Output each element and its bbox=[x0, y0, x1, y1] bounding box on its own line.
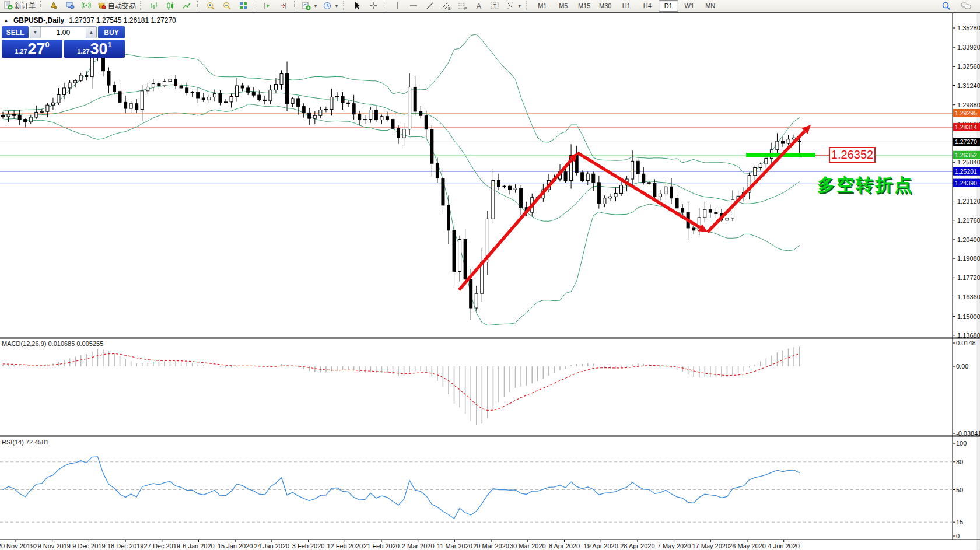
svg-text:3 Feb 2020: 3 Feb 2020 bbox=[292, 542, 325, 549]
fibonacci-button[interactable]: F bbox=[454, 0, 471, 12]
svg-text:21 Feb 2020: 21 Feb 2020 bbox=[363, 542, 400, 549]
auto-scroll-button[interactable] bbox=[259, 0, 275, 12]
candlestick-chart-button[interactable] bbox=[162, 0, 178, 12]
search-button[interactable] bbox=[938, 0, 954, 12]
dropdown-caret-icon: ▼ bbox=[313, 3, 318, 9]
buy-price-sup: 1 bbox=[108, 40, 112, 49]
symbol-info: ▲ GBPUSD-,Daily 1.27337 1.27545 1.26181 … bbox=[4, 16, 176, 24]
toolbar-right-icons bbox=[938, 0, 979, 12]
arrows-objects-button[interactable]: ▼ bbox=[503, 0, 524, 12]
timeframe-button-H4[interactable]: H4 bbox=[638, 0, 657, 12]
alerts-button[interactable] bbox=[46, 0, 62, 12]
crosshair-button[interactable] bbox=[365, 0, 382, 12]
autotrading-button[interactable]: 自动交易 bbox=[94, 0, 138, 12]
signal-icon bbox=[82, 1, 91, 12]
svg-text:1.25840: 1.25840 bbox=[957, 159, 980, 166]
svg-text:1.28314: 1.28314 bbox=[955, 124, 977, 131]
equidistant-channel-button[interactable]: E bbox=[438, 0, 454, 12]
svg-text:0.0148: 0.0148 bbox=[956, 339, 976, 346]
svg-text:30 Mar 2020: 30 Mar 2020 bbox=[510, 542, 546, 549]
svg-text:1.26352: 1.26352 bbox=[955, 152, 977, 159]
svg-text:0.00: 0.00 bbox=[956, 363, 968, 370]
svg-text:12 Feb 2020: 12 Feb 2020 bbox=[327, 542, 363, 549]
timeframe-button-M30[interactable]: M30 bbox=[596, 0, 615, 12]
svg-text:1.32560: 1.32560 bbox=[957, 63, 980, 70]
autotrading-icon bbox=[97, 1, 106, 12]
macd-label: MACD(12,26,9) 0.010685 0.005255 bbox=[2, 340, 103, 347]
buy-price-box[interactable]: 1.27 30 1 bbox=[64, 40, 125, 58]
svg-text:1.35280: 1.35280 bbox=[957, 24, 980, 31]
sell-price-sup: 0 bbox=[46, 40, 50, 49]
line-chart-button[interactable] bbox=[178, 0, 195, 12]
svg-text:F: F bbox=[464, 6, 467, 10]
toolbar-grip bbox=[140, 1, 144, 10]
svg-text:1.13680: 1.13680 bbox=[957, 332, 980, 339]
toolbar-grip bbox=[526, 1, 530, 10]
text-icon: A bbox=[477, 2, 482, 10]
sell-button[interactable]: SELL bbox=[2, 26, 29, 38]
svg-text:0: 0 bbox=[956, 533, 960, 540]
timeframe-button-M15[interactable]: M15 bbox=[575, 0, 594, 12]
zoom-in-button[interactable] bbox=[202, 0, 219, 12]
timeframe-button-MN[interactable]: MN bbox=[701, 0, 720, 12]
svg-text:24 Jan 2020: 24 Jan 2020 bbox=[254, 542, 290, 549]
chart-canvas[interactable]: 1.352801.339201.325601.312401.298801.285… bbox=[0, 0, 980, 550]
new-order-button[interactable]: 新订单 bbox=[1, 0, 38, 12]
toolbar-separator bbox=[384, 1, 387, 10]
buy-button[interactable]: BUY bbox=[98, 26, 125, 38]
svg-text:1.24390: 1.24390 bbox=[955, 180, 977, 187]
svg-text:18 Dec 2019: 18 Dec 2019 bbox=[107, 542, 144, 549]
text-button[interactable]: A bbox=[471, 0, 487, 12]
collapse-trade-panel-icon[interactable]: ▲ bbox=[4, 17, 9, 23]
timeframe-button-M1[interactable]: M1 bbox=[533, 0, 552, 12]
toolbar-separator bbox=[40, 1, 43, 10]
svg-text:1.29880: 1.29880 bbox=[957, 101, 980, 108]
svg-text:1.31240: 1.31240 bbox=[957, 82, 980, 89]
svg-text:1.16360: 1.16360 bbox=[957, 293, 980, 300]
svg-text:-0.038415: -0.038415 bbox=[956, 430, 980, 437]
periods-button[interactable]: ▼ bbox=[320, 0, 341, 12]
toolbar-separator bbox=[254, 1, 257, 10]
horizontal-line-button[interactable] bbox=[405, 0, 422, 12]
indicators-button[interactable]: ▼ bbox=[299, 0, 320, 12]
svg-text:9 Dec 2019: 9 Dec 2019 bbox=[72, 542, 105, 549]
chat-button[interactable] bbox=[958, 0, 974, 12]
text-label-button[interactable]: T bbox=[487, 0, 503, 12]
svg-text:1.17720: 1.17720 bbox=[957, 274, 980, 281]
sell-price-box[interactable]: 1.27 27 0 bbox=[2, 40, 62, 58]
svg-text:1.33920: 1.33920 bbox=[957, 44, 980, 51]
timeframe-button-W1[interactable]: W1 bbox=[680, 0, 699, 12]
vertical-line-button[interactable] bbox=[389, 0, 405, 12]
cursor-button[interactable] bbox=[349, 0, 365, 12]
new-order-label: 新订单 bbox=[15, 1, 36, 11]
tile-windows-button[interactable] bbox=[235, 0, 251, 12]
svg-text:26 May 2020: 26 May 2020 bbox=[729, 542, 766, 549]
volume-decrease-button[interactable]: ▼ bbox=[30, 27, 41, 38]
buy-price-big: 30 bbox=[90, 42, 108, 57]
autotrading-label: 自动交易 bbox=[108, 1, 136, 11]
trendline-button[interactable] bbox=[422, 0, 438, 12]
svg-text:T: T bbox=[493, 3, 496, 9]
volume-increase-button[interactable]: ▲ bbox=[86, 27, 96, 38]
timeframe-button-M5[interactable]: M5 bbox=[554, 0, 573, 12]
terminal-button[interactable] bbox=[62, 0, 78, 12]
volume-value[interactable]: 1.00 bbox=[41, 27, 86, 38]
bar-chart-button[interactable] bbox=[146, 0, 162, 12]
zoom-out-button[interactable] bbox=[219, 0, 235, 12]
new-order-icon bbox=[4, 1, 13, 12]
sell-price-small: 1.27 bbox=[15, 48, 27, 55]
svg-text:19 Apr 2020: 19 Apr 2020 bbox=[584, 542, 618, 549]
svg-text:E: E bbox=[448, 6, 451, 10]
svg-text:50: 50 bbox=[956, 486, 963, 493]
svg-text:4 Jun 2020: 4 Jun 2020 bbox=[768, 542, 799, 549]
timeframe-button-D1[interactable]: D1 bbox=[659, 0, 678, 12]
svg-text:1.15000: 1.15000 bbox=[957, 313, 980, 320]
sell-price-big: 27 bbox=[28, 42, 46, 57]
timeframe-button-H1[interactable]: H1 bbox=[617, 0, 636, 12]
signals-button[interactable] bbox=[78, 0, 94, 12]
timeframe-toolbar: M1M5M15M30H1H4D1W1MN bbox=[532, 0, 721, 12]
svg-text:1.25201: 1.25201 bbox=[955, 168, 977, 175]
chart-shift-button[interactable] bbox=[275, 0, 292, 12]
svg-text:28 Apr 2020: 28 Apr 2020 bbox=[620, 542, 654, 549]
svg-text:7 May 2020: 7 May 2020 bbox=[657, 542, 691, 549]
